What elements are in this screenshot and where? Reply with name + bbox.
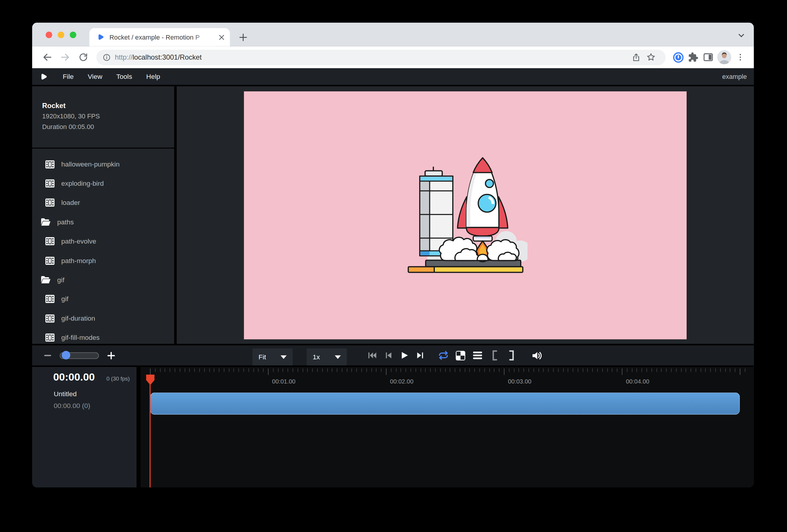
password-manager-icon[interactable] (671, 49, 686, 65)
loop-toggle-icon[interactable] (438, 349, 449, 361)
ruler-minor-tick (514, 368, 514, 372)
ruler-minor-tick (361, 368, 362, 372)
side-panel-icon[interactable] (701, 49, 716, 65)
remotion-app: File View Tools Help example Rocket 1920… (32, 68, 754, 487)
remotion-logo[interactable] (39, 72, 48, 81)
timeline-track-area[interactable]: 00:01.0000:02.0000:03.0000:04.00 (141, 367, 754, 487)
ruler-minor-tick (243, 368, 244, 372)
ruler-minor-tick (691, 368, 692, 372)
url-field[interactable]: http:// localhost:3001/Rocket (96, 49, 665, 65)
film-strip-icon (45, 256, 55, 265)
ruler-minor-tick (676, 368, 677, 372)
composition-label: gif-fill-modes (61, 334, 100, 342)
zoom-slider-knob[interactable] (62, 351, 70, 359)
sidebar-divider (32, 148, 174, 149)
timeline-sequence-bar[interactable] (150, 393, 740, 415)
extensions-puzzle-icon[interactable] (686, 49, 701, 65)
ruler-minor-tick (582, 368, 583, 372)
canvas-size-dropdown[interactable]: Fit (252, 348, 293, 365)
ruler-minor-tick (455, 368, 455, 372)
composition-list-item[interactable]: gif (32, 290, 174, 309)
ruler-minor-tick (494, 368, 495, 372)
ruler-major-tick (268, 368, 269, 375)
new-tab-button[interactable] (237, 31, 249, 43)
ruler-minor-tick (553, 368, 554, 372)
ruler-minor-tick (686, 368, 686, 372)
out-point-bracket-icon[interactable] (506, 349, 517, 361)
menu-help[interactable]: Help (146, 73, 160, 81)
ruler-minor-tick (179, 368, 180, 372)
next-frame-button[interactable] (414, 349, 426, 361)
timeline-zoom-slider[interactable] (60, 352, 99, 359)
composition-list-item[interactable]: paths (32, 213, 174, 232)
browser-tab[interactable]: Rocket / example - Remotion P (89, 28, 230, 46)
browser-menu-kebab-icon[interactable] (733, 49, 748, 65)
reload-button[interactable] (75, 48, 92, 66)
site-info-icon[interactable] (102, 53, 111, 61)
playhead-marker[interactable] (146, 374, 155, 385)
playback-speed-dropdown[interactable]: 1x (307, 348, 347, 365)
composition-list-item[interactable]: path-morph (32, 251, 174, 270)
fullscreen-window-button[interactable] (70, 31, 76, 38)
ruler-minor-tick (391, 368, 391, 372)
ruler-minor-tick (416, 368, 416, 372)
ruler-minor-tick (538, 368, 539, 372)
ruler-minor-tick (185, 368, 185, 372)
forward-button[interactable] (56, 48, 74, 66)
open-folder-icon (41, 275, 51, 284)
close-window-button[interactable] (46, 31, 52, 38)
ruler-minor-tick (332, 368, 333, 372)
chevron-down-icon (335, 355, 341, 359)
zoom-in-icon[interactable] (107, 352, 115, 359)
remotion-favicon (96, 33, 104, 41)
ruler-minor-tick (396, 368, 397, 372)
rich-timeline-icon[interactable] (472, 349, 483, 361)
tab-close-icon[interactable] (217, 33, 226, 42)
profile-avatar[interactable] (717, 50, 731, 64)
previous-frame-button[interactable] (383, 349, 394, 361)
play-button[interactable] (399, 349, 410, 361)
ruler-minor-tick (710, 368, 711, 372)
composition-list-item[interactable]: exploding-bird (32, 174, 174, 193)
share-icon[interactable] (629, 49, 643, 65)
ruler-minor-tick (199, 368, 200, 372)
composition-list-item[interactable]: gif (32, 270, 174, 289)
ruler-minor-tick (401, 368, 401, 372)
composition-list-item[interactable]: halloween-pumpkin (32, 155, 174, 174)
ruler-minor-tick (430, 368, 431, 372)
bookmark-star-icon[interactable] (643, 49, 659, 65)
ruler-minor-tick (460, 368, 460, 372)
transparency-checkerboard-icon[interactable] (454, 349, 466, 361)
volume-icon[interactable] (532, 349, 543, 361)
menu-tools[interactable]: Tools (116, 73, 132, 81)
tab-search-chevron-icon[interactable] (738, 31, 745, 41)
compositions-sidebar: Rocket 1920x1080, 30 FPS Duration 00:05.… (32, 86, 177, 344)
menu-view[interactable]: View (88, 73, 102, 81)
open-folder-icon (41, 218, 51, 227)
track-time: 00:00.00 (0) (54, 402, 90, 410)
film-strip-icon (45, 160, 55, 169)
ruler-minor-tick (627, 368, 627, 372)
in-point-bracket-icon[interactable] (489, 349, 501, 361)
composition-list-item[interactable]: loader (32, 193, 174, 212)
composition-list-item[interactable]: gif-fill-modes (32, 328, 174, 344)
ruler-minor-tick (214, 368, 215, 372)
ruler-minor-tick (317, 368, 318, 372)
composition-list-item[interactable]: path-evolve (32, 232, 174, 251)
composition-list-item[interactable]: gif-duration (32, 309, 174, 328)
menu-file[interactable]: File (63, 73, 74, 81)
timeline-zoom-group (44, 345, 115, 365)
ruler-minor-tick (312, 368, 313, 372)
ruler-minor-tick (298, 368, 298, 372)
ruler-minor-tick (371, 368, 372, 372)
back-button[interactable] (38, 48, 56, 66)
ruler-minor-tick (366, 368, 367, 372)
tab-title-fade (193, 28, 215, 46)
ruler-time-label: 00:01.00 (272, 378, 296, 385)
ruler-minor-tick (524, 368, 524, 372)
minimize-window-button[interactable] (58, 31, 64, 38)
ruler-minor-tick (219, 368, 219, 372)
ruler-minor-tick (671, 368, 672, 372)
zoom-out-icon[interactable] (44, 352, 51, 359)
skip-to-start-button[interactable] (366, 349, 378, 361)
